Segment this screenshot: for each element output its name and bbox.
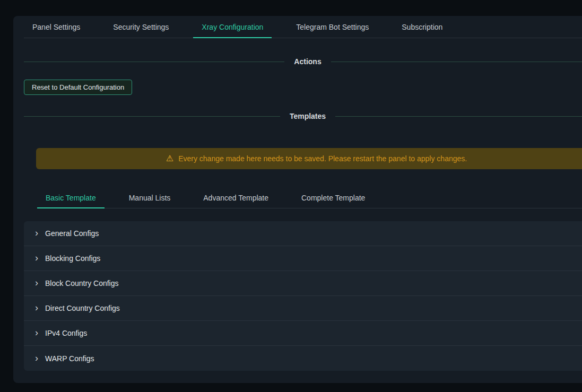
accordion-ipv4-configs[interactable]: › IPv4 Configs xyxy=(24,321,582,346)
tab-complete-template[interactable]: Complete Template xyxy=(293,187,373,208)
accordion-label: WARP Configs xyxy=(45,354,94,363)
tab-basic-template[interactable]: Basic Template xyxy=(37,187,105,208)
xray-settings-card: Panel Settings Security Settings Xray Co… xyxy=(13,16,582,383)
template-accordion: › General Configs › Blocking Configs › B… xyxy=(24,221,582,371)
actions-divider: Actions xyxy=(24,57,582,66)
main-tabbar: Panel Settings Security Settings Xray Co… xyxy=(24,16,582,38)
chevron-right-icon: › xyxy=(35,303,38,312)
tab-manual-lists[interactable]: Manual Lists xyxy=(120,187,179,208)
accordion-label: Blocking Configs xyxy=(45,254,100,263)
chevron-right-icon: › xyxy=(35,278,38,288)
accordion-label: Direct Country Configs xyxy=(45,304,120,312)
accordion-block-country-configs[interactable]: › Block Country Configs xyxy=(24,271,582,296)
accordion-warp-configs[interactable]: › WARP Configs xyxy=(24,346,582,371)
chevron-right-icon: › xyxy=(35,228,38,238)
templates-divider: Templates xyxy=(24,112,582,120)
warning-alert: ⚠ Every change made here needs to be sav… xyxy=(36,148,582,169)
actions-divider-label: Actions xyxy=(294,57,321,66)
tab-xray-configuration[interactable]: Xray Configuration xyxy=(193,16,272,38)
chevron-right-icon: › xyxy=(35,253,38,263)
tab-advanced-template[interactable]: Advanced Template xyxy=(195,187,277,208)
tab-panel-settings[interactable]: Panel Settings xyxy=(24,16,89,38)
accordion-label: Block Country Configs xyxy=(45,279,119,288)
reset-to-default-button[interactable]: Reset to Default Configuration xyxy=(24,80,132,95)
accordion-general-configs[interactable]: › General Configs xyxy=(24,221,582,246)
accordion-label: General Configs xyxy=(45,229,99,238)
warning-text: Every change made here needs to be saved… xyxy=(178,154,467,163)
tab-subscription[interactable]: Subscription xyxy=(393,16,451,38)
warning-icon: ⚠ xyxy=(166,154,173,163)
tab-telegram-bot-settings[interactable]: Telegram Bot Settings xyxy=(288,16,377,38)
chevron-right-icon: › xyxy=(35,353,38,363)
accordion-direct-country-configs[interactable]: › Direct Country Configs xyxy=(24,296,582,321)
chevron-right-icon: › xyxy=(35,328,38,337)
accordion-blocking-configs[interactable]: › Blocking Configs xyxy=(24,246,582,271)
template-tabbar: Basic Template Manual Lists Advanced Tem… xyxy=(37,187,582,208)
accordion-label: IPv4 Configs xyxy=(45,329,87,337)
templates-divider-label: Templates xyxy=(290,112,326,120)
tab-security-settings[interactable]: Security Settings xyxy=(105,16,177,38)
